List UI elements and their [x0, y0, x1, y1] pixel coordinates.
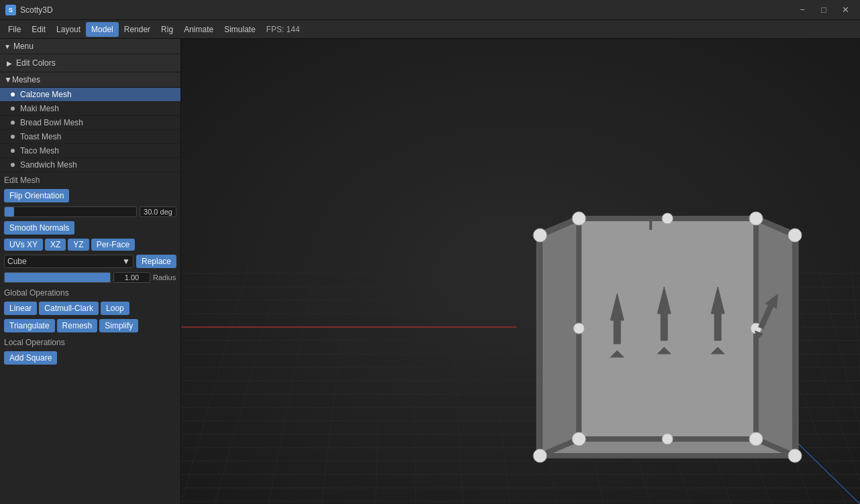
meshes-arrow-icon: ▼ — [4, 75, 12, 84]
menu-file[interactable]: File — [3, 22, 26, 37]
mesh-item-calzone[interactable]: Calzone Mesh — [0, 88, 180, 102]
menu-layout[interactable]: Layout — [51, 22, 86, 37]
3d-viewport[interactable] — [181, 39, 860, 504]
linear-button[interactable]: Linear — [4, 302, 37, 315]
menubar: File Edit Layout Model Render Rig Animat… — [0, 20, 860, 39]
cube-dropdown[interactable]: Cube ▼ — [4, 255, 133, 268]
minimize-button[interactable]: − — [793, 3, 812, 17]
mesh-item-taco[interactable]: Taco Mesh — [0, 144, 180, 158]
edit-colors-tri-icon: ▶ — [7, 60, 12, 67]
mesh-item-sandwich[interactable]: Sandwich Mesh — [0, 158, 180, 172]
mesh-item-maki[interactable]: Maki Mesh — [0, 102, 180, 116]
uv-btn-xy[interactable]: UVs XY — [4, 239, 43, 251]
svg-point-63 — [533, 449, 547, 462]
menu-model[interactable]: Model — [86, 22, 119, 37]
main-area: ▼ Menu ▶ Edit Colors ▼ Meshes Calzone Me… — [0, 39, 860, 504]
svg-point-57 — [572, 212, 586, 225]
catmull-clark-button[interactable]: Catmull-Clark — [39, 302, 99, 315]
meshes-label: Meshes — [12, 75, 40, 84]
svg-point-60 — [788, 229, 802, 242]
app-icon: S — [5, 5, 16, 15]
radius-value: 1.00 — [113, 272, 150, 283]
cube-dropdown-arrow-icon: ▼ — [122, 257, 130, 266]
flip-slider-value: 30.0 deg — [140, 206, 176, 217]
radius-row: 1.00 Radius — [0, 270, 180, 285]
svg-point-59 — [533, 229, 547, 242]
window-controls: − □ ✕ — [793, 3, 855, 17]
svg-point-58 — [749, 212, 763, 225]
menu-simulate[interactable]: Simulate — [219, 22, 261, 37]
mesh-name-breadbowl: Bread Bowl Mesh — [20, 118, 83, 127]
mesh-dot-taco — [11, 149, 15, 153]
menu-animate[interactable]: Animate — [178, 22, 219, 37]
triangulate-button[interactable]: Triangulate — [4, 319, 55, 332]
maximize-button[interactable]: □ — [814, 3, 833, 17]
local-ops-label: Local Operations — [0, 334, 180, 349]
svg-point-66 — [574, 323, 584, 334]
viewport-grid — [181, 39, 860, 504]
fps-counter: FPS: 144 — [266, 25, 300, 34]
app-title: Scotty3D — [20, 5, 793, 15]
radius-label: Radius — [153, 273, 176, 281]
mesh-item-breadbowl[interactable]: Bread Bowl Mesh — [0, 116, 180, 130]
replace-button[interactable]: Replace — [136, 255, 176, 268]
mesh-dot-toast — [11, 135, 15, 139]
svg-point-62 — [749, 432, 763, 446]
svg-point-61 — [572, 432, 586, 446]
menu-arrow-icon: ▼ — [4, 43, 11, 50]
menu-label: Menu — [13, 42, 34, 51]
cube-dropdown-label: Cube — [7, 257, 27, 266]
flip-slider[interactable] — [4, 206, 137, 217]
meshes-section-header[interactable]: ▼ Meshes — [0, 72, 180, 88]
mesh-dot-maki — [11, 107, 15, 111]
titlebar: S Scotty3D − □ ✕ — [0, 0, 860, 20]
remesh-button[interactable]: Remesh — [57, 319, 98, 332]
close-button[interactable]: ✕ — [836, 3, 855, 17]
global-ops-row2: Triangulate Remesh Simplify — [0, 317, 180, 334]
uv-buttons-row: UVs XY XZ YZ Per-Face — [0, 237, 180, 253]
edit-mesh-label: Edit Mesh — [0, 172, 180, 187]
flip-orientation-button[interactable]: Flip Orientation — [4, 189, 69, 202]
menu-section-header[interactable]: ▼ Menu — [0, 39, 180, 54]
svg-point-68 — [662, 434, 673, 444]
simplify-button[interactable]: Simplify — [99, 319, 138, 332]
menu-edit[interactable]: Edit — [26, 22, 51, 37]
mesh-item-toast[interactable]: Toast Mesh — [0, 130, 180, 144]
uv-btn-xz[interactable]: XZ — [45, 239, 66, 251]
menu-rig[interactable]: Rig — [156, 22, 178, 37]
global-ops-row1: Linear Catmull-Clark Loop — [0, 300, 180, 317]
smooth-normals-button[interactable]: Smooth Normals — [4, 221, 74, 235]
flip-slider-thumb — [5, 207, 14, 216]
mesh-name-maki: Maki Mesh — [20, 104, 59, 113]
mesh-name-sandwich: Sandwich Mesh — [20, 160, 77, 170]
edit-colors-button[interactable]: ▶ Edit Colors — [0, 54, 180, 72]
svg-point-64 — [788, 449, 802, 462]
mesh-dot-breadbowl — [11, 121, 15, 125]
uv-btn-yz[interactable]: YZ — [68, 239, 89, 251]
mesh-dot-sandwich — [11, 163, 15, 167]
uv-btn-perface[interactable]: Per-Face — [91, 239, 135, 251]
sidebar: ▼ Menu ▶ Edit Colors ▼ Meshes Calzone Me… — [0, 39, 181, 504]
radius-slider[interactable] — [4, 272, 111, 283]
mesh-name-taco: Taco Mesh — [20, 146, 59, 155]
edit-colors-label: Edit Colors — [16, 58, 56, 68]
cube-replace-row: Cube ▼ Replace — [0, 253, 180, 270]
mesh-name-calzone: Calzone Mesh — [20, 90, 72, 99]
menu-render[interactable]: Render — [119, 22, 156, 37]
mesh-dot-calzone — [11, 92, 15, 97]
flip-slider-row: 30.0 deg — [0, 204, 180, 219]
svg-point-65 — [662, 213, 673, 224]
loop-button[interactable]: Loop — [101, 302, 129, 315]
mesh-name-toast: Toast Mesh — [20, 132, 61, 141]
global-ops-label: Global Operations — [0, 285, 180, 300]
add-square-button[interactable]: Add Square — [4, 351, 57, 365]
